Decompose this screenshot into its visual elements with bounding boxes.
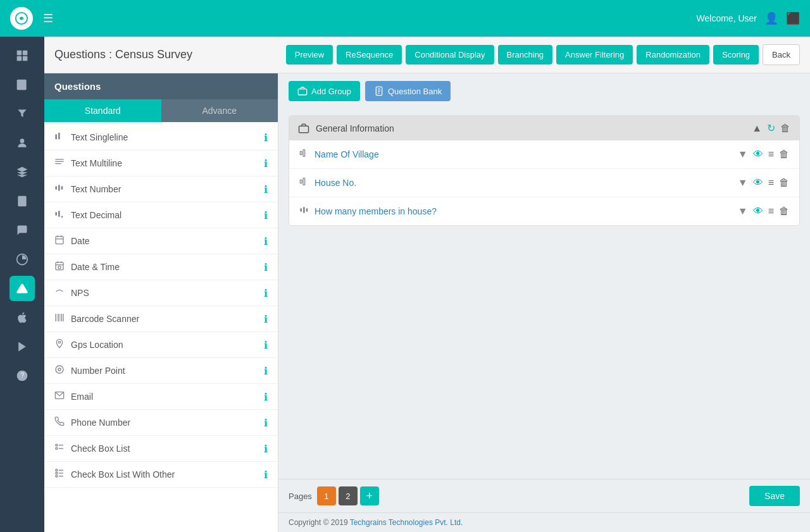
svg-rect-15 xyxy=(55,161,63,162)
question-row: House No. ▼ 👁 ≡ 🗑 xyxy=(289,169,799,197)
checkbox-other-label: Check Box List With Other xyxy=(71,469,175,479)
logout-icon[interactable]: ⬛ xyxy=(786,11,800,25)
sidebar-apple-icon[interactable] xyxy=(9,305,35,330)
info-icon-gps[interactable]: ℹ xyxy=(264,339,268,351)
list-item[interactable]: Check Box List ℹ xyxy=(44,436,278,462)
question-type-icon xyxy=(299,176,309,189)
info-icon-phone[interactable]: ℹ xyxy=(264,417,268,429)
question-bank-button[interactable]: Question Bank xyxy=(365,81,451,101)
add-page-button[interactable]: + xyxy=(360,486,379,505)
user-icon[interactable]: 👤 xyxy=(764,11,778,25)
list-item[interactable]: Date ℹ xyxy=(44,228,278,254)
list-item[interactable]: Number Point ℹ xyxy=(44,358,278,384)
group-delete-button[interactable]: 🗑 xyxy=(780,123,790,134)
question-text[interactable]: House No. xyxy=(315,178,356,188)
sidebar-book-icon[interactable] xyxy=(9,72,35,97)
sidebar-play-icon[interactable] xyxy=(9,334,35,359)
question-text[interactable]: How many members in house? xyxy=(315,206,437,216)
sidebar-alert-icon[interactable] xyxy=(9,276,35,301)
list-item[interactable]: Barcode Scanner ℹ xyxy=(44,306,278,332)
question-visibility-button[interactable]: 👁 xyxy=(753,206,763,217)
info-icon-decimal[interactable]: ℹ xyxy=(264,209,268,221)
question-row-left: Name Of Village xyxy=(299,148,738,161)
info-icon-number[interactable]: ℹ xyxy=(264,183,268,195)
info-icon-email[interactable]: ℹ xyxy=(264,391,268,403)
question-delete-button[interactable]: 🗑 xyxy=(779,149,789,160)
resequence-button[interactable]: ReSequence xyxy=(337,45,402,65)
hamburger-menu[interactable]: ☰ xyxy=(43,11,53,25)
group-collapse-button[interactable]: ▲ xyxy=(752,123,762,134)
svg-rect-42 xyxy=(56,444,58,446)
randomization-button[interactable]: Randomization xyxy=(637,45,709,65)
svg-rect-4 xyxy=(23,56,28,61)
page-1-button[interactable]: 1 xyxy=(317,486,336,505)
question-menu-button[interactable]: ≡ xyxy=(768,177,774,189)
svg-rect-52 xyxy=(298,89,306,95)
tab-advance[interactable]: Advance xyxy=(161,99,278,122)
info-icon-checkbox[interactable]: ℹ xyxy=(264,443,268,455)
svg-rect-21 xyxy=(58,211,60,216)
question-chevron-button[interactable]: ▼ xyxy=(738,206,748,217)
group-refresh-button[interactable]: ↻ xyxy=(767,122,775,134)
q-item-left: Date xyxy=(54,235,90,247)
svg-rect-57 xyxy=(299,126,309,133)
list-item[interactable]: Gps Location ℹ xyxy=(44,332,278,358)
info-icon-checkbox-other[interactable]: ℹ xyxy=(264,469,268,481)
sidebar-dashboard-icon[interactable] xyxy=(9,43,35,68)
question-delete-button[interactable]: 🗑 xyxy=(779,177,789,189)
list-item[interactable]: Date & Time ℹ xyxy=(44,254,278,280)
question-delete-button[interactable]: 🗑 xyxy=(779,206,789,217)
app-logo[interactable] xyxy=(10,7,33,30)
list-item[interactable]: Text Decimal ℹ xyxy=(44,202,278,228)
scoring-button[interactable]: Scoring xyxy=(713,45,759,65)
sidebar-layers-icon[interactable] xyxy=(9,159,35,185)
question-menu-button[interactable]: ≡ xyxy=(768,206,774,217)
question-chevron-button[interactable]: ▼ xyxy=(738,149,748,160)
back-button[interactable]: Back xyxy=(763,44,800,65)
company-link[interactable]: Techgrains Technologies Pvt. Ltd. xyxy=(350,518,463,527)
list-item[interactable]: Text Multiline ℹ xyxy=(44,151,278,176)
list-item[interactable]: Phone Number ℹ xyxy=(44,410,278,436)
question-chevron-button[interactable]: ▼ xyxy=(738,177,748,189)
question-text[interactable]: Name Of Village xyxy=(315,149,379,159)
preview-button[interactable]: Preview xyxy=(286,45,333,65)
add-group-button[interactable]: Add Group xyxy=(289,81,360,101)
q-item-left: Text Decimal xyxy=(54,209,122,221)
question-menu-button[interactable]: ≡ xyxy=(768,149,774,160)
list-item[interactable]: Check Box List With Other ℹ xyxy=(44,462,278,488)
text-decimal-icon xyxy=(54,209,65,221)
number-point-icon xyxy=(54,364,65,377)
sidebar-person-icon[interactable] xyxy=(9,130,35,156)
sidebar-help-icon[interactable]: ? xyxy=(9,363,35,388)
q-item-left: Text Singleline xyxy=(54,131,128,144)
info-icon-datetime[interactable]: ℹ xyxy=(264,261,268,273)
branching-button[interactable]: Branching xyxy=(498,45,553,65)
question-visibility-button[interactable]: 👁 xyxy=(753,177,763,189)
list-item[interactable]: Text Singleline ℹ xyxy=(44,125,278,151)
tab-standard[interactable]: Standard xyxy=(44,99,161,122)
info-icon-multiline[interactable]: ℹ xyxy=(264,158,268,170)
svg-rect-34 xyxy=(58,314,59,321)
sidebar-chat-icon[interactable] xyxy=(9,218,35,243)
conditional-display-button[interactable]: Conditional Display xyxy=(406,45,494,65)
checkbox-icon xyxy=(54,442,65,455)
answer-filtering-button[interactable]: Answer Filtering xyxy=(556,45,633,65)
sidebar-chart-icon[interactable] xyxy=(9,247,35,272)
sidebar-tablet-icon[interactable] xyxy=(9,189,35,214)
page-2-button[interactable]: 2 xyxy=(339,486,358,505)
svg-rect-46 xyxy=(56,469,58,471)
svg-rect-58 xyxy=(300,151,302,154)
info-icon-singleline[interactable]: ℹ xyxy=(264,132,268,144)
question-type-icon xyxy=(299,148,309,161)
save-button[interactable]: Save xyxy=(749,486,800,506)
info-icon-nps[interactable]: ℹ xyxy=(264,287,268,299)
list-item[interactable]: Text Number ℹ xyxy=(44,176,278,202)
list-item[interactable]: Email ℹ xyxy=(44,384,278,410)
phone-icon xyxy=(54,416,65,429)
sidebar-filter-icon[interactable] xyxy=(9,101,35,127)
question-visibility-button[interactable]: 👁 xyxy=(753,149,763,160)
list-item[interactable]: NPS ℹ xyxy=(44,280,278,306)
info-icon-numberpoint[interactable]: ℹ xyxy=(264,365,268,377)
info-icon-date[interactable]: ℹ xyxy=(264,235,268,247)
info-icon-barcode[interactable]: ℹ xyxy=(264,313,268,325)
